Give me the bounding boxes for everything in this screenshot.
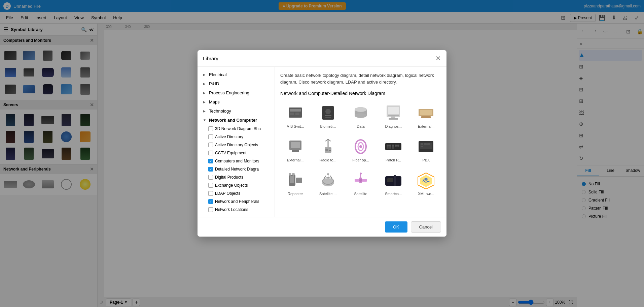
library-tree-panel: Electrical P&ID Process Engineering Maps bbox=[198, 67, 275, 217]
ok-button[interactable]: OK bbox=[385, 221, 407, 233]
network-arrow bbox=[203, 118, 207, 122]
icon-patch[interactable]: Patch P... bbox=[379, 134, 408, 165]
icon-pbx[interactable]: PBX bbox=[411, 134, 441, 165]
svg-text:XML: XML bbox=[423, 179, 430, 182]
icon-fiber[interactable]: Fiber op... bbox=[346, 134, 375, 165]
icon-fiber-label: Fiber op... bbox=[352, 158, 369, 162]
tree-item-process[interactable]: Process Engineering bbox=[198, 88, 275, 97]
tree-item-pid[interactable]: P&ID bbox=[198, 79, 275, 88]
icon-xmlweb[interactable]: XML XML we... bbox=[411, 167, 441, 198]
icon-diagnos[interactable]: Diagnos... bbox=[379, 100, 408, 131]
svg-rect-22 bbox=[291, 142, 300, 148]
checkbox-computers[interactable]: ✓ bbox=[208, 159, 213, 163]
svg-point-33 bbox=[359, 145, 362, 148]
checkbox-detailed[interactable]: ✓ bbox=[208, 167, 213, 172]
svg-rect-4 bbox=[295, 113, 299, 115]
icon-pbx-label: PBX bbox=[422, 158, 430, 162]
svg-rect-30 bbox=[329, 150, 331, 151]
tree-item-technology[interactable]: Technology bbox=[198, 106, 275, 116]
icon-satellite2[interactable]: Satellite bbox=[346, 167, 375, 198]
svg-point-63 bbox=[359, 179, 362, 182]
svg-rect-45 bbox=[421, 143, 423, 145]
checkbox-net-locations[interactable] bbox=[208, 207, 213, 212]
modal-close-button[interactable]: ✕ bbox=[435, 54, 441, 62]
svg-point-28 bbox=[325, 149, 328, 151]
subitem-net-peripherals[interactable]: ✓ Network and Peripherals bbox=[198, 197, 275, 206]
content-subtitle: Network and Computer-Detailed Network Di… bbox=[280, 91, 441, 96]
svg-rect-17 bbox=[389, 118, 398, 120]
checkbox-3d[interactable] bbox=[208, 126, 213, 131]
tree-item-maps[interactable]: Maps bbox=[198, 97, 275, 106]
tree-item-electrical[interactable]: Electrical bbox=[198, 70, 275, 79]
subitem-detailed[interactable]: ✓ Detailed Network Diagra bbox=[198, 165, 275, 173]
svg-rect-8 bbox=[325, 117, 331, 118]
checkbox-active-dir[interactable] bbox=[208, 134, 213, 139]
modal-title: Library bbox=[203, 56, 218, 61]
label-detailed: Detailed Network Diagra bbox=[215, 167, 259, 172]
cancel-button[interactable]: Cancel bbox=[411, 221, 441, 233]
svg-point-65 bbox=[360, 173, 362, 175]
subitem-computers[interactable]: ✓ Computers and Monitors bbox=[198, 157, 275, 165]
checkbox-exchange[interactable] bbox=[208, 183, 213, 188]
technology-arrow bbox=[203, 109, 207, 113]
checkbox-active-dir-obj[interactable] bbox=[208, 143, 213, 147]
checkbox-net-peripherals[interactable]: ✓ bbox=[208, 199, 213, 204]
subitem-cctv[interactable]: CCTV Equipment bbox=[198, 149, 275, 157]
icon-repeater[interactable]: Repeater bbox=[280, 167, 310, 198]
svg-rect-38 bbox=[395, 145, 397, 147]
svg-rect-47 bbox=[427, 143, 430, 145]
svg-rect-16 bbox=[391, 116, 395, 118]
label-3d: 3D Network Diagram Sha bbox=[215, 126, 261, 131]
icon-external1[interactable]: External... bbox=[411, 100, 441, 131]
svg-rect-14 bbox=[388, 107, 399, 114]
subitem-digital[interactable]: Digital Products bbox=[198, 173, 275, 181]
icon-smartcard-label: Smartca... bbox=[385, 192, 402, 196]
icon-data-label: Data bbox=[357, 124, 364, 128]
subitem-3d[interactable]: 3D Network Diagram Sha bbox=[198, 125, 275, 133]
checkbox-ldap[interactable] bbox=[208, 191, 213, 196]
modal-overlay[interactable]: Library ✕ Electrical P&ID Process Engine… bbox=[0, 0, 644, 307]
technology-label: Technology bbox=[209, 109, 231, 114]
icon-satellite1[interactable]: Satellite ... bbox=[313, 167, 343, 198]
pid-arrow bbox=[203, 82, 207, 86]
maps-label: Maps bbox=[209, 99, 220, 104]
svg-rect-29 bbox=[329, 149, 331, 149]
icon-radio-label: Radio to... bbox=[320, 158, 336, 162]
icon-biometric-label: Biometr... bbox=[320, 124, 336, 128]
svg-rect-7 bbox=[325, 115, 331, 116]
subitem-active-dir-obj[interactable]: Active Directory Objects bbox=[198, 141, 275, 149]
process-label: Process Engineering bbox=[209, 90, 249, 95]
svg-rect-39 bbox=[397, 145, 399, 147]
icon-radio[interactable]: Radio to... bbox=[313, 134, 343, 165]
icon-biometric[interactable]: Biometr... bbox=[313, 100, 343, 131]
tree-item-network[interactable]: Network and Computer bbox=[198, 116, 275, 125]
label-ldap: LDAP Objects bbox=[215, 191, 240, 196]
icon-repeater-label: Repeater bbox=[288, 192, 303, 196]
subitem-exchange[interactable]: Exchange Objects bbox=[198, 181, 275, 189]
network-label: Network and Computer bbox=[209, 118, 257, 123]
subitem-ldap[interactable]: LDAP Objects bbox=[198, 189, 275, 197]
checkbox-cctv[interactable] bbox=[208, 151, 213, 155]
svg-rect-40 bbox=[387, 147, 389, 149]
subitem-net-locations[interactable]: Network Locations bbox=[198, 206, 275, 214]
library-modal: Library ✕ Electrical P&ID Process Engine… bbox=[198, 50, 446, 237]
label-net-locations: Network Locations bbox=[215, 207, 248, 212]
maps-arrow bbox=[203, 100, 207, 104]
svg-rect-46 bbox=[424, 143, 427, 145]
svg-rect-37 bbox=[392, 145, 394, 147]
svg-rect-62 bbox=[362, 179, 367, 182]
svg-point-11 bbox=[355, 113, 367, 118]
icon-satellite2-label: Satellite bbox=[354, 192, 367, 196]
svg-rect-61 bbox=[355, 179, 359, 182]
svg-rect-42 bbox=[392, 147, 394, 149]
library-content-panel: Create basic network topology diagram, d… bbox=[275, 67, 446, 217]
icon-external2[interactable]: External... bbox=[280, 134, 310, 165]
label-net-peripherals: Network and Peripherals bbox=[215, 199, 259, 204]
checkbox-digital[interactable] bbox=[208, 175, 213, 180]
svg-point-53 bbox=[292, 173, 295, 176]
subitem-active-dir[interactable]: Active Directory bbox=[198, 133, 275, 141]
icon-smartcard[interactable]: Smartca... bbox=[379, 167, 408, 198]
icon-satellite1-label: Satellite ... bbox=[319, 192, 336, 196]
icon-ab-switch[interactable]: A-B Swit... bbox=[280, 100, 310, 131]
icon-data[interactable]: Data bbox=[346, 100, 375, 131]
